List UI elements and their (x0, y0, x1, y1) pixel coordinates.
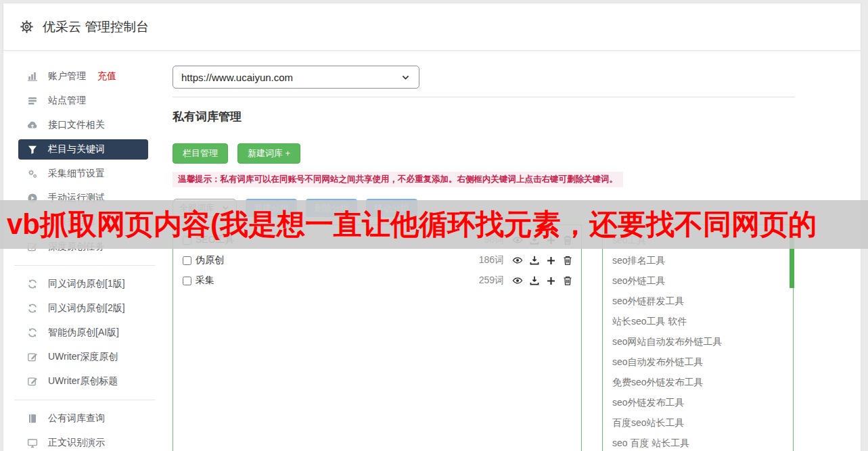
recharge-link[interactable]: 充值 (97, 70, 116, 82)
sidebar: 账户管理充值站点管理接口文件相关栏目与关键词采集细节设置手动运行测试文章暂存库深… (3, 51, 166, 451)
sidebar-item-label: UWriter深度原创 (48, 351, 118, 363)
lexicon-word-count: 259词 (479, 275, 504, 287)
sidebar-item-label: 站点管理 (48, 95, 86, 107)
tip-message: 温馨提示：私有词库可以在同账号不同网站之间共享使用，不必重复添加。右侧框内关键词… (173, 172, 623, 187)
lexicon-panels: SEO工具98词伪原创186词采集259词 seo工具seo排名工具seo外链工… (173, 224, 861, 451)
sidebar-item-label: 同义词伪原创[2版] (48, 302, 125, 314)
action-buttons: 栏目管理新建词库 + (173, 143, 861, 164)
refresh-icon (26, 303, 38, 314)
keyword-item[interactable]: 免费seo外链发布工具 (612, 373, 793, 393)
sidebar-item[interactable]: 智能伪原创[AI版] (3, 321, 166, 345)
sidebar-item[interactable]: 采集细节设置 (3, 162, 166, 186)
sidebar-item-label: 同义词伪原创[1版] (48, 278, 125, 290)
keyword-item[interactable]: seo自动发布外链工具 (612, 352, 793, 373)
gear-icon (20, 20, 34, 34)
lexicon-row: 采集259词 (181, 270, 573, 291)
keyword-item[interactable]: seo外链发布工具 (612, 393, 793, 413)
sidebar-item-label: 栏目与关键词 (48, 143, 105, 156)
sidebar-item-label: 采集细节设置 (48, 168, 105, 180)
keyword-item[interactable]: seo排名工具 (612, 251, 793, 271)
lexicon-word-count: 186词 (479, 254, 504, 266)
action-button[interactable]: 栏目管理 (173, 143, 228, 164)
keyword-item[interactable]: seo外链工具 (612, 271, 793, 291)
bar-chart-icon (26, 71, 38, 82)
download-icon[interactable] (529, 275, 540, 286)
keyword-item[interactable]: seo 百度 站长工具 (612, 433, 793, 451)
eye-icon[interactable] (512, 255, 523, 266)
sidebar-divider (14, 265, 155, 266)
page-title: 私有词库管理 (173, 110, 861, 124)
plus-icon[interactable] (546, 276, 556, 286)
gears-icon (26, 168, 38, 179)
app-header: 优采云 管理控制台 (3, 3, 861, 51)
sidebar-item[interactable]: 站点管理 (3, 89, 166, 113)
sidebar-item-label: 正文识别演示 (48, 437, 105, 449)
lexicon-checkbox[interactable] (183, 277, 191, 285)
refresh-icon (26, 279, 38, 289)
sidebar-item-label: 接口文件相关 (48, 119, 105, 131)
sidebar-divider (14, 400, 155, 400)
lexicon-list-panel: SEO工具98词伪原创186词采集259词 (173, 224, 582, 451)
sidebar-item[interactable]: 公有词库查询 (3, 406, 166, 431)
site-url-value: https://www.ucaiyun.com (181, 72, 293, 83)
list-icon (26, 95, 38, 106)
keyword-item[interactable]: 百度seo站长工具 (612, 413, 793, 433)
trash-icon[interactable] (562, 275, 573, 286)
sidebar-item[interactable]: 同义词伪原创[2版] (3, 296, 166, 321)
edit-icon (26, 352, 38, 362)
sidebar-item[interactable]: UWriter深度原创 (3, 345, 166, 369)
sidebar-item-label: UWriter原创标题 (48, 375, 118, 387)
sidebar-item[interactable]: 同义词伪原创[1版] (3, 272, 166, 296)
trash-icon[interactable] (562, 255, 573, 266)
overlay-banner: vb抓取网页内容(我是想一直让他循环找元素，还要找不同网页的 (0, 200, 868, 249)
edit-icon (26, 376, 38, 387)
sidebar-item-label: 智能伪原创[AI版] (48, 327, 119, 339)
sidebar-item-label: 公有词库查询 (48, 412, 105, 425)
book-icon (26, 413, 38, 424)
keyword-item[interactable]: seo外链群发工具 (612, 291, 793, 312)
lexicon-name: 采集 (196, 275, 214, 287)
chevron-down-icon (401, 72, 411, 82)
divider (173, 97, 795, 97)
plus-icon[interactable] (546, 256, 556, 266)
sidebar-item-label: 账户管理 (48, 70, 86, 82)
sidebar-item[interactable]: 账户管理充值 (3, 64, 166, 89)
keyword-item[interactable]: 站长seo工具 软件 (612, 312, 793, 332)
keyword-item[interactable]: seo网站自动发布外链工具 (612, 332, 793, 352)
sidebar-item[interactable]: UWriter原创标题 (3, 369, 166, 394)
eye-icon[interactable] (512, 275, 523, 286)
sidebar-item[interactable]: 正文识别演示 (3, 431, 166, 451)
cloud-upload-icon (26, 120, 38, 130)
download-icon[interactable] (529, 255, 540, 266)
action-button[interactable]: 新建词库 + (237, 143, 300, 164)
sidebar-item[interactable]: 栏目与关键词 (18, 139, 148, 160)
monitor-icon (26, 437, 38, 448)
refresh-icon (26, 327, 38, 338)
funnel-icon (26, 144, 38, 155)
lexicon-row: 伪原创186词 (181, 250, 573, 270)
keyword-list-panel: seo工具seo排名工具seo外链工具seo外链群发工具站长seo工具 软件se… (602, 224, 794, 451)
site-url-select[interactable]: https://www.ucaiyun.com (173, 66, 419, 89)
main-content: https://www.ucaiyun.com 私有词库管理 栏目管理新建词库 … (166, 51, 861, 451)
app-title: 优采云 管理控制台 (43, 18, 149, 36)
sidebar-item[interactable]: 接口文件相关 (3, 113, 166, 137)
lexicon-checkbox[interactable] (183, 256, 191, 265)
lexicon-name: 伪原创 (196, 254, 224, 266)
